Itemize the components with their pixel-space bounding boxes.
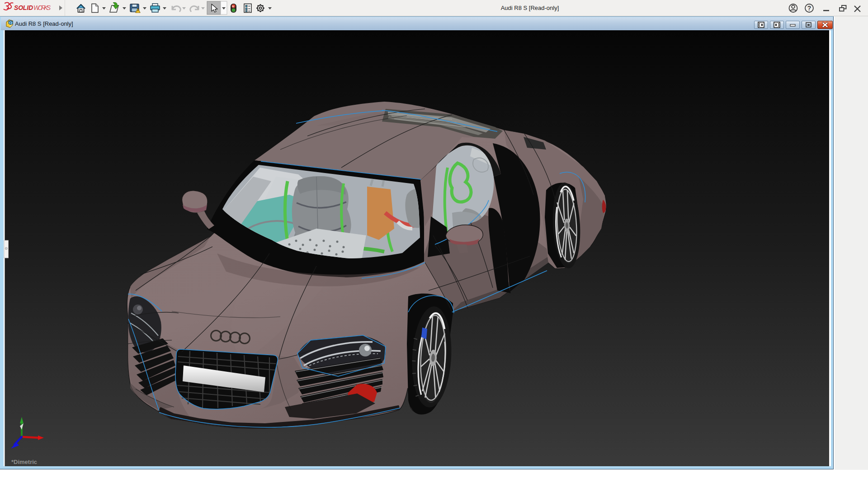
svg-text:Audi R8 S [Read-only]: Audi R8 S [Read-only] xyxy=(501,5,559,11)
svg-text:WORKS: WORKS xyxy=(33,4,51,11)
svg-text:?: ? xyxy=(807,5,811,12)
svg-text:SOLID: SOLID xyxy=(14,4,33,11)
svg-text:*Dimetric: *Dimetric xyxy=(11,459,37,465)
